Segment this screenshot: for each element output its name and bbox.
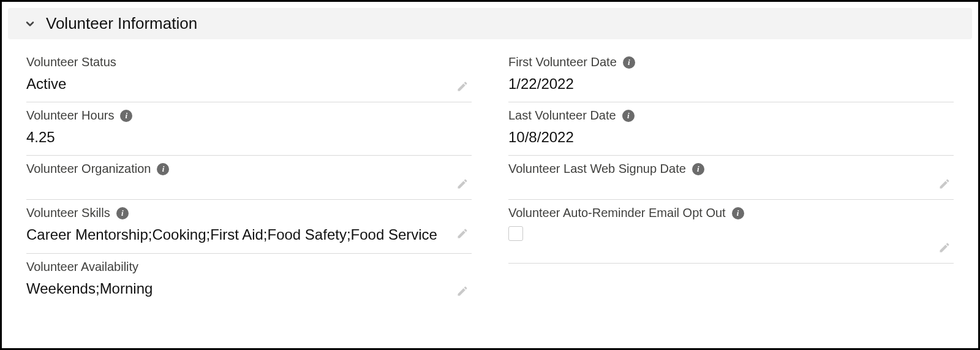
label-volunteer-availability: Volunteer Availability	[26, 260, 138, 274]
field-volunteer-status: Volunteer Status Active	[26, 49, 472, 102]
field-volunteer-hours: Volunteer Hours i 4.25	[26, 102, 472, 156]
field-volunteer-skills: Volunteer Skills i Career Mentorship;Coo…	[26, 200, 472, 253]
info-icon[interactable]: i	[157, 163, 169, 175]
pencil-icon[interactable]	[938, 241, 951, 254]
info-icon[interactable]: i	[692, 163, 704, 175]
section-title: Volunteer Information	[46, 14, 197, 33]
pencil-icon[interactable]	[456, 284, 469, 298]
pencil-icon[interactable]	[938, 177, 951, 191]
value-volunteer-hours: 4.25	[26, 127, 472, 146]
label-last-volunteer-date: Last Volunteer Date	[508, 108, 616, 123]
info-icon[interactable]: i	[116, 207, 129, 219]
field-volunteer-organization: Volunteer Organization i	[26, 156, 472, 200]
info-icon[interactable]: i	[622, 110, 635, 122]
field-last-volunteer-date: Last Volunteer Date i 10/8/2022	[508, 102, 954, 156]
label-volunteer-skills: Volunteer Skills	[26, 206, 110, 220]
field-volunteer-availability: Volunteer Availability Weekends;Morning	[26, 254, 472, 306]
value-volunteer-status: Active	[26, 74, 472, 93]
checkbox-auto-reminder-optout[interactable]	[508, 226, 523, 241]
value-volunteer-availability: Weekends;Morning	[26, 279, 472, 298]
info-icon[interactable]: i	[120, 110, 132, 122]
value-volunteer-skills: Career Mentorship;Cooking;First Aid;Food…	[26, 225, 472, 244]
section-header[interactable]: Volunteer Information	[8, 8, 972, 39]
info-icon[interactable]: i	[623, 56, 635, 69]
pencil-icon[interactable]	[456, 177, 469, 191]
chevron-down-icon	[23, 17, 37, 31]
section-volunteer-info: Volunteer Information Volunteer Status A…	[2, 8, 978, 306]
pencil-icon[interactable]	[456, 227, 469, 240]
label-first-volunteer-date: First Volunteer Date	[508, 55, 617, 69]
label-auto-reminder-optout: Volunteer Auto-Reminder Email Opt Out	[508, 206, 726, 220]
field-auto-reminder-optout: Volunteer Auto-Reminder Email Opt Out i	[508, 200, 954, 264]
label-volunteer-organization: Volunteer Organization	[26, 162, 151, 176]
field-last-web-signup-date: Volunteer Last Web Signup Date i	[508, 156, 954, 200]
label-volunteer-hours: Volunteer Hours	[26, 108, 114, 123]
value-last-volunteer-date: 10/8/2022	[508, 127, 954, 146]
pencil-icon[interactable]	[456, 80, 469, 93]
label-last-web-signup-date: Volunteer Last Web Signup Date	[508, 162, 686, 176]
info-icon[interactable]: i	[732, 207, 744, 219]
value-first-volunteer-date: 1/22/2022	[508, 74, 954, 93]
label-volunteer-status: Volunteer Status	[26, 55, 116, 69]
field-first-volunteer-date: First Volunteer Date i 1/22/2022	[508, 49, 954, 102]
